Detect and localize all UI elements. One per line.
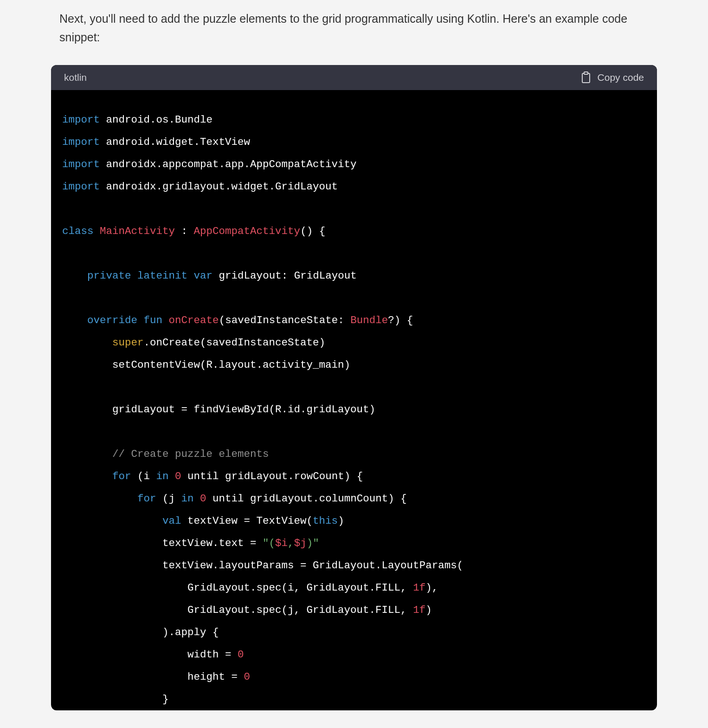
code-token: 0 — [200, 493, 206, 505]
code-token: for — [137, 493, 156, 505]
code-token: android.widget.TextView — [100, 136, 250, 148]
code-token: (i — [131, 470, 156, 482]
code-token: setContentView(R.layout.activity_main) — [62, 359, 350, 371]
code-token: in — [156, 470, 169, 482]
code-token: ).apply { — [62, 626, 219, 638]
code-token: height = — [62, 671, 244, 683]
code-token: .onCreate(savedInstanceState) — [144, 337, 326, 349]
code-token: textView = TextView( — [181, 515, 313, 527]
code-token — [62, 270, 87, 282]
code-token: GridLayout.spec(i, GridLayout.FILL, — [62, 582, 413, 594]
code-token: until gridLayout.rowCount) { — [181, 470, 363, 482]
code-token: 1f — [413, 582, 425, 594]
copy-code-label: Copy code — [598, 72, 644, 83]
code-token — [62, 337, 112, 349]
code-token: ), — [425, 582, 438, 594]
code-token: fun — [144, 314, 163, 326]
code-token — [137, 314, 144, 326]
code-token: 0 — [244, 671, 251, 683]
code-token: MainActivity — [100, 225, 175, 237]
code-token: textView.text = — [62, 537, 263, 549]
code-content[interactable]: import android.os.Bundle import android.… — [51, 90, 657, 710]
code-token — [62, 515, 162, 527]
code-token: androidx.appcompat.app.AppCompatActivity — [100, 158, 357, 170]
code-header: kotlin Copy code — [51, 65, 657, 90]
code-token: GridLayout.spec(j, GridLayout.FILL, — [62, 604, 413, 616]
code-token — [62, 314, 87, 326]
code-token: "( — [263, 537, 275, 549]
code-token: 0 — [175, 470, 181, 482]
code-token — [169, 470, 175, 482]
code-token: // Create puzzle elements — [112, 448, 269, 460]
code-token: (j — [156, 493, 181, 505]
code-token: ) — [425, 604, 432, 616]
code-token: in — [181, 493, 194, 505]
code-token: androidx.gridlayout.widget.GridLayout — [100, 181, 338, 193]
code-token: until gridLayout.columnCount) { — [206, 493, 407, 505]
code-token: , — [288, 537, 294, 549]
code-token: ) — [338, 515, 344, 527]
language-label: kotlin — [64, 72, 87, 83]
code-token: $j — [294, 537, 307, 549]
code-token: ?) { — [388, 314, 413, 326]
code-token: () { — [300, 225, 325, 237]
code-token: : — [175, 225, 194, 237]
code-token: super — [112, 337, 144, 349]
code-token: lateinit — [137, 270, 187, 282]
code-token: (savedInstanceState: — [219, 314, 351, 326]
code-token: AppCompatActivity — [194, 225, 301, 237]
code-token: android.os.Bundle — [100, 114, 212, 126]
code-token — [194, 493, 200, 505]
code-token: textView.layoutParams = GridLayout.Layou… — [62, 559, 463, 572]
code-token — [62, 493, 137, 505]
code-token: import — [62, 136, 100, 148]
code-token: private — [87, 270, 131, 282]
code-token: for — [112, 470, 131, 482]
code-token: import — [62, 114, 100, 126]
code-token: override — [87, 314, 137, 326]
code-token — [62, 470, 112, 482]
code-block: kotlin Copy code import android.os.Bundl… — [51, 65, 657, 710]
code-token: 0 — [238, 649, 244, 661]
intro-paragraph: Next, you'll need to add the puzzle elem… — [59, 9, 639, 46]
code-token: $i — [275, 537, 288, 549]
code-token: gridLayout = findViewById(R.id.gridLayou… — [62, 403, 375, 416]
code-token: Bundle — [350, 314, 388, 326]
code-token: import — [62, 181, 100, 193]
code-token — [94, 225, 100, 237]
code-token: )" — [307, 537, 319, 549]
code-token: import — [62, 158, 100, 170]
code-token: gridLayout: GridLayout — [212, 270, 357, 282]
code-token: onCreate — [169, 314, 219, 326]
code-token: } — [62, 693, 169, 705]
code-token: width = — [62, 649, 238, 661]
code-token — [62, 448, 112, 460]
code-token — [162, 314, 169, 326]
copy-code-button[interactable]: Copy code — [581, 72, 644, 84]
code-token: 1f — [413, 604, 425, 616]
code-token: var — [194, 270, 213, 282]
clipboard-icon — [581, 72, 591, 84]
code-token: this — [313, 515, 338, 527]
code-token: class — [62, 225, 94, 237]
code-token — [187, 270, 194, 282]
svg-rect-1 — [584, 72, 588, 74]
code-token — [131, 270, 138, 282]
code-token: val — [162, 515, 181, 527]
